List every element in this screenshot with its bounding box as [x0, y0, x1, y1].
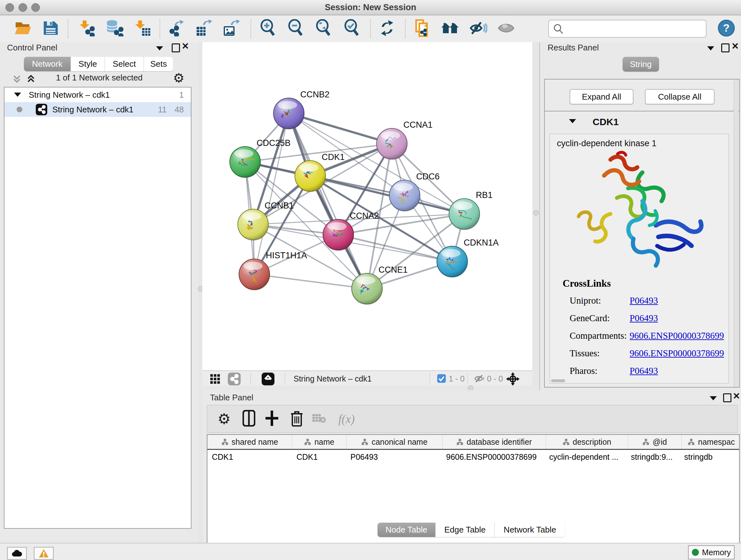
- left-splitter[interactable]: [199, 42, 202, 543]
- column-header-namespac[interactable]: namespac: [682, 435, 741, 449]
- table-panel-close-icon[interactable]: ✕: [733, 393, 740, 400]
- search-input[interactable]: [567, 22, 702, 35]
- refresh-layout-icon[interactable]: [379, 20, 396, 38]
- help-icon[interactable]: ?: [718, 19, 735, 38]
- results-scrollbar[interactable]: [734, 79, 738, 387]
- node-CCNA2[interactable]: [323, 219, 354, 251]
- gene-header-row[interactable]: CDK1: [545, 111, 739, 133]
- node-CCNB2[interactable]: [273, 98, 304, 130]
- control-panel-close-icon[interactable]: ✕: [182, 43, 189, 51]
- table-row[interactable]: CDK1CDK1P064939606.ENSP00000378699cyclin…: [207, 450, 739, 464]
- results-panel-close-icon[interactable]: ✕: [731, 43, 739, 51]
- cell-database-identifier[interactable]: 9606.ENSP00000378699: [442, 450, 545, 464]
- node-CCNA1[interactable]: [377, 128, 407, 160]
- table-settings-gear-icon[interactable]: ⚙: [217, 413, 230, 425]
- control-panel-menu-icon[interactable]: [156, 46, 163, 52]
- table-panel-menu-icon[interactable]: [710, 396, 717, 401]
- right-splitter[interactable]: [532, 42, 539, 390]
- zoom-in-icon[interactable]: [260, 19, 276, 38]
- export-image-icon[interactable]: [222, 20, 240, 38]
- tab-node-table[interactable]: Node Table: [378, 523, 435, 537]
- node-CDKN1A[interactable]: [437, 246, 468, 278]
- edge-CCNB2-CCNE1[interactable]: [289, 113, 367, 289]
- save-session-icon[interactable]: [43, 20, 59, 37]
- tab-select[interactable]: Select: [105, 57, 144, 71]
- network-share-icon[interactable]: [228, 373, 241, 387]
- cloud-button[interactable]: [7, 547, 27, 560]
- edge-CCNB2-CCNA1[interactable]: [289, 113, 392, 144]
- edge-CDK1-RB1[interactable]: [310, 176, 464, 214]
- import-table-icon[interactable]: [134, 20, 151, 38]
- cell-description[interactable]: cyclin-dependent ...: [545, 450, 626, 464]
- collapse-all-button[interactable]: Collapse All: [645, 89, 715, 105]
- import-network-icon[interactable]: [78, 20, 95, 38]
- node-label-CDK1: CDK1: [322, 152, 345, 162]
- column-header-@id[interactable]: @id: [628, 435, 682, 449]
- node-HIST1H1A[interactable]: [239, 259, 270, 291]
- tab-sets[interactable]: Sets: [144, 57, 173, 71]
- node-CCNE1[interactable]: [352, 273, 382, 305]
- zoom-selected-icon[interactable]: [344, 19, 360, 38]
- gene-collapse-icon[interactable]: [569, 119, 576, 123]
- home-icon[interactable]: [441, 20, 460, 37]
- tab-network-table[interactable]: Network Table: [495, 523, 565, 537]
- control-panel-float-icon[interactable]: [172, 44, 180, 54]
- crosslink-link[interactable]: 9606.ENSP00000378699: [630, 348, 724, 359]
- birds-eye-view-icon[interactable]: [262, 373, 274, 387]
- right-splitter-handle[interactable]: [533, 210, 539, 215]
- show-all-icon[interactable]: [497, 21, 515, 37]
- cell-namespac[interactable]: stringdb: [680, 450, 739, 464]
- cell-canonical-name[interactable]: P06493: [346, 450, 442, 464]
- memory-button[interactable]: Memory: [688, 545, 735, 559]
- export-network-icon[interactable]: [167, 20, 184, 38]
- string-import-icon[interactable]: [414, 19, 430, 39]
- column-header-database-identifier[interactable]: database identifier: [443, 435, 546, 449]
- edge-CCNA2-CDKN1A[interactable]: [338, 235, 452, 261]
- table-panel-float-icon[interactable]: [723, 393, 731, 403]
- crosslink-link[interactable]: P06493: [630, 313, 658, 323]
- delete-column-icon[interactable]: [290, 410, 303, 428]
- hide-selected-icon[interactable]: [469, 20, 487, 37]
- cell-@id[interactable]: stringdb:9...: [626, 450, 680, 464]
- crosslink-link[interactable]: P06493: [630, 366, 658, 376]
- column-header-shared-name[interactable]: shared name: [207, 435, 292, 449]
- show-columns-icon[interactable]: [243, 410, 255, 428]
- tab-style[interactable]: Style: [71, 57, 105, 71]
- zoom-out-icon[interactable]: [287, 19, 304, 38]
- grid-view-icon[interactable]: [210, 374, 220, 386]
- edge-HIST1H1A-CCNE1[interactable]: [254, 274, 367, 289]
- node-CCNB1[interactable]: [238, 209, 268, 241]
- tab-string[interactable]: String: [623, 57, 659, 71]
- network-canvas[interactable]: CCNB2CCNA1CDC25BCDK1CDC6RB1CCNB1CCNA2CDK…: [202, 42, 532, 370]
- network-collection-row[interactable]: String Network – cdk1 1: [4, 87, 191, 102]
- cell-name[interactable]: CDK1: [292, 450, 346, 464]
- expand-all-button[interactable]: Expand All: [569, 89, 633, 105]
- results-panel-menu-icon[interactable]: [707, 46, 714, 52]
- selected-checkbox-icon[interactable]: [437, 374, 446, 385]
- column-header-description[interactable]: description: [546, 435, 628, 449]
- collection-expand-icon[interactable]: [14, 92, 21, 97]
- network-row[interactable]: String Network – cdk1 11 48: [4, 102, 191, 117]
- fit-content-crosshair-icon[interactable]: [506, 372, 520, 388]
- cell-shared-name[interactable]: CDK1: [207, 450, 292, 464]
- crosslink-link[interactable]: P06493: [630, 295, 658, 306]
- node-CDC6[interactable]: [389, 180, 420, 212]
- detail-hscroll-thumb[interactable]: [551, 379, 565, 382]
- node-RB1[interactable]: [449, 199, 480, 230]
- warnings-button[interactable]: [34, 547, 54, 560]
- node-CDK1[interactable]: [295, 161, 326, 192]
- node-CDC25B[interactable]: [230, 146, 260, 178]
- edge-CCNB2-HIST1H1A[interactable]: [254, 113, 289, 274]
- crosslink-link[interactable]: 9606.ENSP00000378699: [630, 330, 724, 341]
- import-database-icon[interactable]: [106, 20, 124, 38]
- export-table-icon[interactable]: [195, 20, 212, 38]
- tab-network[interactable]: Network: [24, 57, 71, 71]
- results-panel-float-icon[interactable]: [721, 44, 730, 54]
- column-header-name[interactable]: name: [292, 435, 347, 449]
- tab-edge-table[interactable]: Edge Table: [435, 523, 495, 537]
- add-column-icon[interactable]: [265, 410, 279, 428]
- column-header-canonical-name[interactable]: canonical name: [347, 435, 443, 449]
- zoom-fit-icon[interactable]: [315, 19, 332, 38]
- network-options-gear-icon[interactable]: ⚙: [173, 71, 185, 84]
- open-session-icon[interactable]: [14, 20, 31, 37]
